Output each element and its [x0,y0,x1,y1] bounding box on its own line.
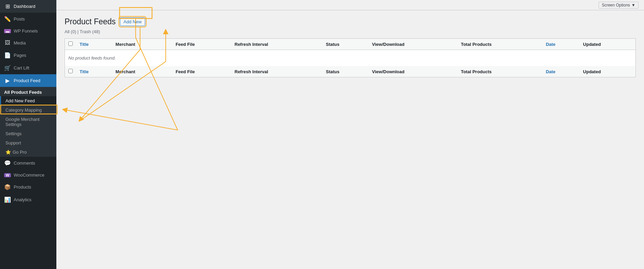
add-new-button[interactable]: Add New [120,17,146,26]
col-refresh-interval-foot: Refresh Interval [231,66,323,77]
content-wrapper: Product Feeds Add New All (0) | Trash (4… [56,10,644,269]
media-icon: 🖼 [4,40,11,46]
no-items-message: No product feeds found. [65,50,636,66]
submenu-item-category-mapping[interactable]: Category Mapping [0,105,56,115]
col-date-foot: Date [543,66,580,77]
filter-trash-link[interactable]: Trash (48) [80,29,100,34]
col-title-foot-link[interactable]: Title [80,69,89,74]
submenu-item-settings[interactable]: Settings [0,129,56,138]
col-date-link[interactable]: Date [546,42,556,47]
sidebar-item-comments[interactable]: 💬 Comments [0,157,56,169]
sidebar-item-wp-funnels[interactable]: ▬ WP Funnels [0,25,56,37]
col-refresh-interval: Refresh Interval [231,39,323,50]
posts-icon: ✏️ [4,16,11,22]
col-total-products-foot: Total Products [457,66,543,77]
col-updated-foot: Updated [580,66,636,77]
select-all-checkbox-foot[interactable] [68,69,73,73]
pages-icon: 📄 [4,52,11,59]
col-merchant: Merchant [112,39,172,50]
col-total-products: Total Products [457,39,543,50]
col-title-foot: Title [76,66,112,77]
submenu-item-go-pro[interactable]: ⭐ Go Pro [0,148,56,157]
topbar: Screen Options ▼ [56,0,644,10]
col-view-download: View/Download [369,39,457,50]
sidebar-item-cart-lift[interactable]: 🛒 Cart Lift [0,62,56,74]
cart-lift-icon: 🛒 [4,65,11,71]
col-updated: Updated [580,39,636,50]
sidebar-item-dashboard[interactable]: ⊞ Dashboard [0,0,56,13]
content-area: Product Feeds Add New All (0) | Trash (4… [56,10,644,269]
submenu-item-support[interactable]: Support [0,138,56,148]
col-title: Title [76,39,112,50]
comments-icon: 💬 [4,160,11,166]
page-title: Product Feeds [65,17,116,26]
screen-options-button[interactable]: Screen Options ▼ [599,2,639,9]
star-icon: ⭐ [5,150,11,155]
page-header: Product Feeds Add New [65,17,636,26]
product-feeds-table: Title Merchant Feed File Refresh Interva… [65,38,636,77]
submenu-item-add-new-feed[interactable]: Add New Feed [0,96,56,105]
product-feed-icon: ▶ [4,77,11,84]
sidebar-item-media[interactable]: 🖼 Media [0,37,56,49]
col-feed-file-foot: Feed File [172,66,231,77]
sidebar: ⊞ Dashboard ✏️ Posts ▬ WP Funnels 🖼 Medi… [0,0,56,269]
col-merchant-foot: Merchant [112,66,172,77]
analytics-icon: 📊 [4,196,11,203]
sidebar-item-posts[interactable]: ✏️ Posts [0,13,56,25]
col-view-download-foot: View/Download [369,66,457,77]
col-status: Status [323,39,369,50]
no-items-row: No product feeds found. [65,50,636,66]
sidebar-item-analytics[interactable]: 📊 Analytics [0,193,56,206]
submenu-section-title: All Product Feeds [0,87,56,96]
products-icon: 📦 [4,184,11,190]
product-feed-submenu: All Product Feeds Add New Feed Category … [0,87,56,157]
col-title-link[interactable]: Title [80,42,89,47]
submenu-item-google-merchant-settings[interactable]: Google Merchant Settings [0,115,56,129]
sidebar-item-woocommerce[interactable]: W WooCommerce [0,169,56,181]
col-date-foot-link[interactable]: Date [546,69,556,74]
chevron-down-icon: ▼ [631,3,635,8]
select-all-checkbox[interactable] [68,41,73,46]
sidebar-item-products[interactable]: 📦 Products [0,181,56,193]
col-status-foot: Status [323,66,369,77]
col-cb [65,39,77,50]
sidebar-item-product-feed[interactable]: ▶ Product Feed [0,74,56,87]
woocommerce-icon: W [4,173,11,177]
wp-funnels-icon: ▬ [4,29,11,33]
col-cb-foot [65,66,77,77]
dashboard-icon: ⊞ [4,3,11,10]
sidebar-item-pages[interactable]: 📄 Pages [0,49,56,62]
filter-links: All (0) | Trash (48) [65,29,636,34]
main-content: Screen Options ▼ Product Feeds Add New A… [56,0,644,269]
filter-all-link[interactable]: All (0) [65,29,78,34]
col-feed-file: Feed File [172,39,231,50]
col-date: Date [543,39,580,50]
